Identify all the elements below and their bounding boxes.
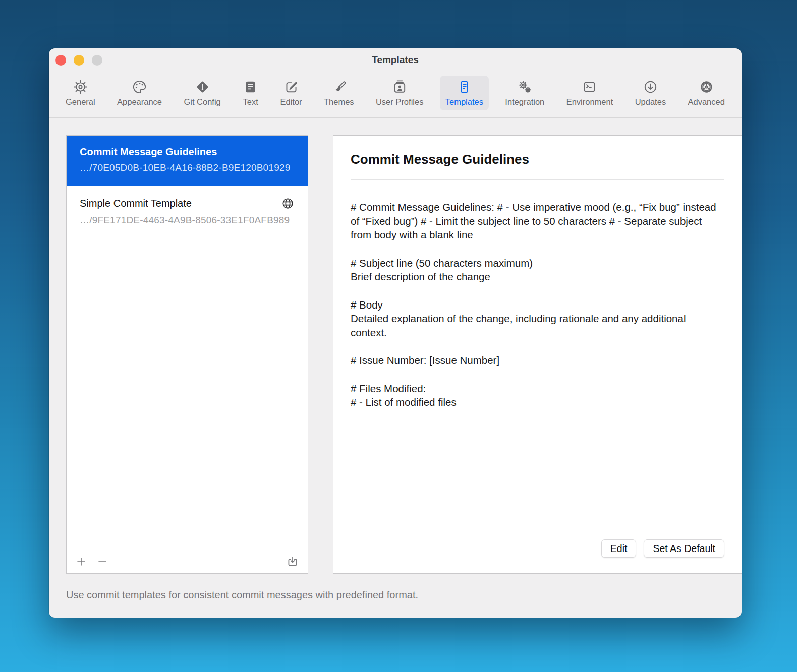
tab-label: Git Config	[184, 97, 220, 107]
arrow-down-circle-icon	[643, 79, 658, 95]
title-divider	[351, 179, 724, 180]
template-list: Commit Message Guidelines …/70E05D0B-10E…	[66, 135, 308, 574]
paintbrush-icon	[331, 79, 347, 95]
set-as-default-button[interactable]: Set As Default	[644, 539, 724, 558]
tab-label: Environment	[566, 97, 613, 107]
template-title: Simple Commit Template	[80, 198, 281, 209]
footer-hint: Use commit templates for consistent comm…	[66, 589, 418, 601]
edit-button[interactable]: Edit	[601, 539, 637, 558]
template-title: Commit Message Guidelines	[80, 146, 295, 158]
list-item-simple-commit-template[interactable]: Simple Commit Template …/9FE171DE-4463-4…	[67, 186, 308, 236]
advanced-gear-icon	[699, 79, 714, 95]
tab-integration[interactable]: Integration	[499, 76, 550, 110]
detail-title: Commit Message Guidelines	[351, 152, 724, 167]
template-paragraph: # Issue Number: [Issue Number]	[351, 353, 724, 368]
tab-text[interactable]: Text	[237, 76, 264, 110]
tab-editor[interactable]: Editor	[275, 76, 308, 110]
tab-label: General	[66, 97, 95, 107]
template-doc-icon	[457, 79, 472, 95]
tab-environment[interactable]: Environment	[561, 76, 619, 110]
template-paragraph: # Files Modified: # - List of modified f…	[351, 382, 724, 409]
text-doc-icon	[243, 79, 258, 95]
tab-label: Advanced	[688, 97, 725, 107]
preferences-window: Templates General Appearance Git Config	[49, 48, 742, 618]
tab-label: Themes	[324, 97, 354, 107]
tab-label: Editor	[280, 97, 302, 107]
tab-git-config[interactable]: Git Config	[178, 76, 226, 110]
palette-icon	[132, 79, 147, 95]
tab-label: Updates	[635, 97, 666, 107]
gear-icon	[73, 79, 88, 95]
list-actions	[67, 550, 308, 573]
tab-user-profiles[interactable]: User Profiles	[370, 76, 429, 110]
template-paragraph: # Body Detailed explanation of the chang…	[351, 298, 724, 340]
tab-label: Appearance	[117, 97, 162, 107]
tab-general[interactable]: General	[60, 76, 101, 110]
tab-label: User Profiles	[376, 97, 423, 107]
remove-template-button[interactable]	[96, 555, 109, 568]
tab-templates[interactable]: Templates	[440, 76, 489, 110]
import-template-button[interactable]	[286, 555, 300, 569]
terminal-icon	[582, 79, 597, 95]
tab-label: Text	[243, 97, 258, 107]
titlebar: Templates	[49, 48, 742, 72]
double-gear-icon	[517, 79, 533, 95]
detail-actions: Edit Set As Default	[601, 539, 724, 558]
template-content: # Commit Message Guidelines: # - Use imp…	[351, 200, 724, 409]
tab-label: Templates	[445, 97, 483, 107]
square-pencil-icon	[283, 79, 299, 95]
contact-card-icon	[392, 79, 408, 95]
tab-themes[interactable]: Themes	[318, 76, 360, 110]
toolbar-divider	[49, 117, 742, 118]
git-icon	[195, 79, 210, 95]
content-area: Commit Message Guidelines …/70E05D0B-10E…	[66, 135, 725, 574]
template-detail-panel: Commit Message Guidelines # Commit Messa…	[333, 135, 742, 574]
template-path: …/9FE171DE-4463-4A9B-8506-33E1F0AFB989	[80, 215, 295, 226]
template-paragraph: # Subject line (50 characters maximum) B…	[351, 256, 724, 284]
template-path: …/70E05D0B-10EB-4A16-88B2-B9E120B01929	[80, 162, 295, 173]
tab-appearance[interactable]: Appearance	[111, 76, 167, 110]
add-template-button[interactable]	[75, 555, 88, 568]
window-title: Templates	[49, 54, 742, 66]
template-paragraph: # Commit Message Guidelines: # - Use imp…	[351, 200, 724, 242]
list-item-commit-message-guidelines[interactable]: Commit Message Guidelines …/70E05D0B-10E…	[67, 136, 308, 186]
preferences-toolbar: General Appearance Git Config Text	[49, 72, 742, 117]
tab-advanced[interactable]: Advanced	[682, 76, 730, 110]
tab-label: Integration	[505, 97, 544, 107]
globe-icon	[281, 197, 295, 210]
tab-updates[interactable]: Updates	[630, 76, 671, 110]
